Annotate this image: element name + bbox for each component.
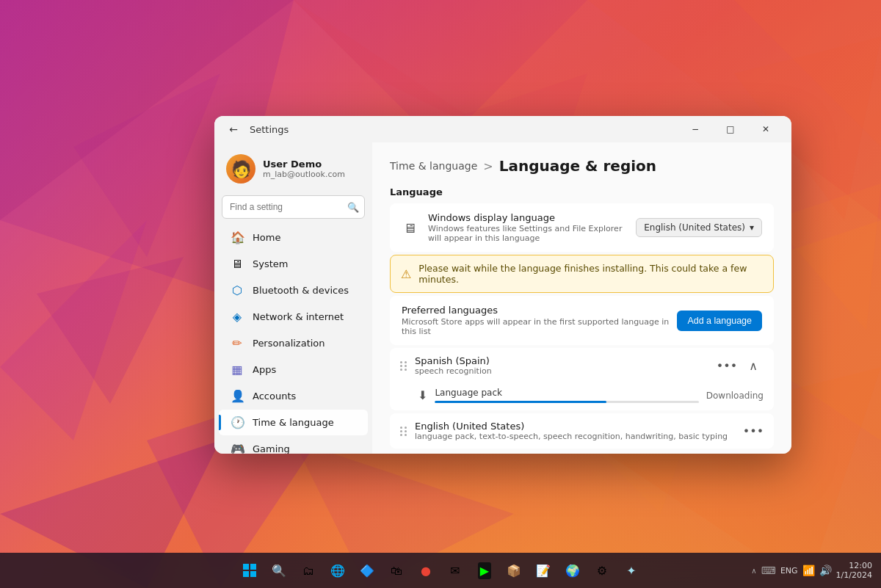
language-pack-row: ⬇ Language pack Downloading — [390, 383, 774, 410]
taskbar-search[interactable]: 🔍 — [266, 557, 292, 584]
network-status-icon[interactable]: 📶 — [802, 565, 815, 576]
sidebar-item-system[interactable]: 🖥 System — [219, 251, 368, 277]
sidebar-label-bluetooth: Bluetooth & devices — [253, 285, 349, 296]
search-input[interactable] — [222, 195, 365, 219]
accounts-icon: 👤 — [231, 389, 244, 403]
avatar: 🧑 — [226, 154, 255, 184]
spanish-lang-name: Spanish (Spain) — [415, 355, 709, 366]
sidebar-item-accounts[interactable]: 👤 Accounts — [219, 383, 368, 409]
taskbar-settings[interactable]: ⚙ — [589, 557, 615, 584]
user-profile[interactable]: 🧑 User Demo m_lab@outlook.com — [214, 148, 372, 192]
close-button[interactable]: ✕ — [749, 117, 783, 141]
language-item-english: English (United States) language pack, t… — [390, 413, 774, 449]
preferred-languages-sub: Microsoft Store apps will appear in the … — [402, 317, 677, 336]
taskbar-notes[interactable]: 📝 — [530, 557, 556, 584]
window-controls: − □ ✕ — [678, 117, 783, 141]
back-button[interactable]: ← — [223, 119, 244, 139]
progress-container: Language pack — [435, 388, 698, 403]
breadcrumb-current: Language & region — [499, 157, 656, 175]
svg-marker-5 — [0, 220, 147, 440]
drag-handle-spanish[interactable] — [400, 361, 407, 371]
add-language-button[interactable]: Add a language — [677, 311, 762, 331]
sidebar-label-time: Time & language — [253, 417, 334, 428]
keyboard-icon: ⌨ — [761, 565, 776, 576]
minimize-button[interactable]: − — [678, 117, 712, 141]
english-lang-actions: ••• — [743, 421, 764, 441]
more-icon: ••• — [717, 359, 737, 373]
sidebar-item-gaming[interactable]: 🎮 Gaming — [219, 436, 368, 454]
taskbar-store[interactable]: 🛍 — [383, 557, 410, 584]
display-language-row: 🖥 Windows display language Windows featu… — [390, 203, 774, 252]
display-language-dropdown[interactable]: English (United States) ▾ — [636, 218, 762, 237]
breadcrumb-parent[interactable]: Time & language — [390, 160, 477, 172]
sidebar-item-network[interactable]: ◈ Network & internet — [219, 304, 368, 330]
maximize-button[interactable]: □ — [714, 117, 747, 141]
spanish-collapse-button[interactable]: ∧ — [743, 355, 764, 376]
desktop: ← Settings − □ ✕ 🧑 — [0, 0, 881, 588]
personalization-icon: ✏ — [231, 336, 244, 350]
close-icon: ✕ — [762, 124, 769, 134]
display-language-sub: Windows features like Settings and File … — [428, 224, 626, 243]
taskbar-extra[interactable]: ✦ — [618, 557, 645, 584]
taskbar-apps2[interactable]: 📦 — [501, 557, 527, 584]
preferred-languages-info: Preferred languages Microsoft Store apps… — [402, 305, 677, 336]
sidebar-label-apps: Apps — [253, 364, 276, 375]
taskbar-terminal[interactable]: ▶ — [471, 557, 498, 584]
volume-icon[interactable]: 🔊 — [819, 565, 832, 576]
svg-marker-15 — [73, 73, 220, 257]
taskbar-browser[interactable]: 🌐 — [325, 557, 351, 584]
display-language-value: English (United States) — [644, 222, 745, 233]
home-icon: 🏠 — [231, 231, 244, 244]
titlebar-title: Settings — [250, 124, 678, 135]
chevron-up-icon: ∧ — [749, 359, 758, 373]
language-item-spanish-header: Spanish (Spain) speech recognition ••• ∧ — [390, 348, 774, 383]
downloading-status: Downloading — [706, 391, 764, 401]
progress-bar-fill — [435, 401, 606, 403]
taskbar: 🔍 🗂 🌐 🔷 🛍 ● ✉ ▶ 📦 — [0, 553, 881, 588]
minimize-icon: − — [692, 124, 699, 134]
taskbar-chrome[interactable]: ● — [413, 557, 439, 584]
apps-icon: ▦ — [231, 363, 244, 377]
sidebar-label-personalization: Personalization — [253, 338, 325, 349]
start-button[interactable] — [236, 557, 263, 584]
sidebar-item-home[interactable]: 🏠 Home — [219, 225, 368, 250]
svg-rect-23 — [243, 571, 249, 577]
sidebar-item-time[interactable]: 🕐 Time & language — [219, 410, 368, 435]
taskbar-files[interactable]: 🗂 — [295, 557, 322, 584]
lang-pack-label: Language pack — [435, 388, 698, 398]
system-icon: 🖥 — [231, 257, 244, 271]
sidebar-item-bluetooth[interactable]: ⬡ Bluetooth & devices — [219, 277, 368, 303]
spanish-lang-actions: ••• ∧ — [717, 355, 764, 376]
sidebar-label-gaming: Gaming — [253, 443, 290, 454]
sidebar-item-personalization[interactable]: ✏ Personalization — [219, 330, 368, 356]
display-language-title: Windows display language — [428, 212, 626, 223]
display-language-action: English (United States) ▾ — [636, 218, 762, 237]
maximize-icon: □ — [726, 124, 734, 134]
english-more-button[interactable]: ••• — [743, 421, 764, 441]
preferred-languages-title: Preferred languages — [402, 305, 677, 316]
user-info: User Demo m_lab@outlook.com — [263, 159, 360, 179]
window-body: 🧑 User Demo m_lab@outlook.com 🔍 🏠 Home — [214, 142, 791, 454]
sidebar-item-apps[interactable]: ▦ Apps — [219, 357, 368, 382]
svg-rect-24 — [250, 571, 256, 577]
taskbar-edge[interactable]: 🔷 — [354, 557, 380, 584]
taskbar-browser2[interactable]: 🌍 — [559, 557, 586, 584]
titlebar: ← Settings − □ ✕ — [214, 116, 791, 142]
language-item-spanish: Spanish (Spain) speech recognition ••• ∧ — [390, 348, 774, 410]
drag-handle-english[interactable] — [400, 427, 407, 436]
user-email: m_lab@outlook.com — [263, 170, 360, 179]
sidebar-label-home: Home — [253, 232, 280, 243]
breadcrumb-separator: > — [483, 159, 493, 173]
search-icon: 🔍 — [347, 202, 359, 213]
taskbar-clock[interactable]: 12:001/1/2024 — [836, 561, 872, 580]
bluetooth-icon: ⬡ — [231, 283, 244, 297]
english-lang-name: English (United States) — [415, 421, 736, 432]
sidebar-label-accounts: Accounts — [253, 391, 296, 402]
lang-label: ENG — [780, 566, 798, 576]
taskbar-arrow-icon[interactable]: ∧ — [751, 567, 756, 575]
taskbar-right: ∧ ⌨ ENG 📶 🔊 12:001/1/2024 — [751, 561, 872, 580]
taskbar-mail[interactable]: ✉ — [442, 557, 468, 584]
spanish-more-button[interactable]: ••• — [717, 355, 737, 376]
display-icon: 🖥 — [402, 220, 418, 236]
network-icon: ◈ — [231, 310, 244, 324]
